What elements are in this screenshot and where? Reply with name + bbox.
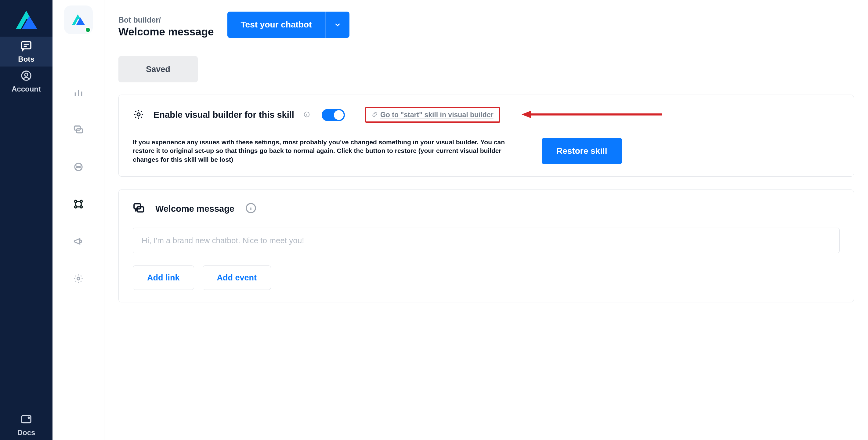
enable-visual-builder-label: Enable visual builder for this skill	[154, 110, 294, 120]
svg-rect-0	[22, 42, 31, 49]
page-header: Bot builder/ Welcome message Test your c…	[118, 11, 854, 38]
welcome-message-heading: Welcome message	[155, 204, 235, 214]
saved-status: Saved	[118, 56, 198, 83]
page-title: Welcome message	[118, 26, 214, 38]
svg-point-12	[77, 277, 80, 280]
gear-icon	[133, 108, 144, 121]
link-icon	[372, 112, 378, 119]
svg-point-8	[74, 200, 76, 202]
subnav-conversations[interactable]	[70, 122, 86, 137]
svg-rect-6	[76, 129, 83, 133]
svg-rect-3	[22, 416, 31, 422]
welcome-message-card: Welcome message Add link Add event	[118, 189, 854, 303]
add-event-button[interactable]: Add event	[203, 265, 271, 290]
subnav-builder[interactable]	[70, 196, 86, 212]
welcome-message-input[interactable]	[133, 228, 840, 253]
app-logo	[0, 0, 53, 37]
online-indicator	[85, 27, 91, 33]
rail-label-bots: Bots	[18, 55, 34, 63]
svg-point-10	[74, 206, 76, 208]
rail-item-docs[interactable]: Docs	[0, 410, 53, 440]
add-link-button[interactable]: Add link	[133, 265, 194, 290]
svg-point-11	[80, 206, 82, 208]
subnav-settings[interactable]	[70, 271, 86, 286]
svg-point-4	[28, 417, 29, 418]
svg-point-13	[137, 113, 140, 116]
bot-avatar[interactable]	[64, 5, 93, 34]
restore-warning-text: If you experience any issues with these …	[133, 138, 517, 164]
svg-point-2	[25, 73, 28, 76]
secondary-nav	[53, 0, 104, 440]
goto-start-skill-link[interactable]: Go to "start" skill in visual builder	[380, 111, 494, 119]
svg-point-9	[80, 200, 82, 202]
info-icon[interactable]	[245, 202, 257, 215]
test-chatbot-button[interactable]: Test your chatbot	[227, 11, 350, 38]
svg-rect-5	[74, 126, 80, 130]
subnav-broadcast[interactable]	[70, 233, 86, 249]
chat-icon	[133, 202, 145, 215]
info-icon[interactable]	[303, 111, 310, 119]
annotation-arrow	[522, 110, 662, 120]
subnav-knowledge[interactable]	[70, 159, 86, 175]
rail-label-account: Account	[11, 85, 41, 93]
subnav-analytics[interactable]	[70, 85, 86, 100]
chevron-down-icon[interactable]	[325, 11, 349, 38]
goto-start-skill-highlight: Go to "start" skill in visual builder	[365, 107, 500, 123]
primary-rail: Bots Account Docs	[0, 0, 53, 440]
restore-skill-button[interactable]: Restore skill	[542, 138, 622, 164]
visual-builder-card: Enable visual builder for this skill Go …	[118, 95, 854, 177]
rail-label-docs: Docs	[18, 429, 35, 437]
breadcrumb: Bot builder/	[118, 15, 214, 24]
test-chatbot-label: Test your chatbot	[227, 11, 326, 38]
rail-item-bots[interactable]: Bots	[0, 37, 53, 66]
visual-builder-toggle[interactable]	[322, 109, 345, 121]
main-content: Bot builder/ Welcome message Test your c…	[104, 0, 868, 440]
svg-marker-16	[522, 111, 531, 118]
rail-item-account[interactable]: Account	[0, 66, 53, 96]
